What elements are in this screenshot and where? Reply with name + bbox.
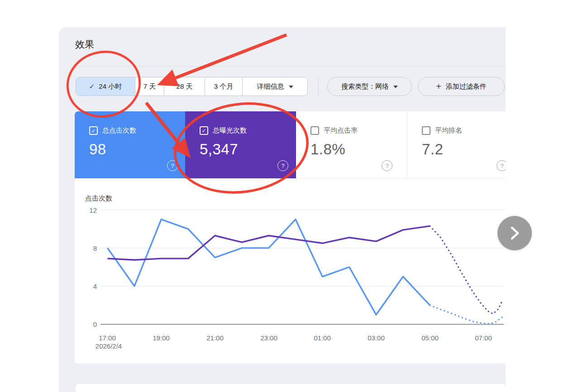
metric-card-average-position[interactable]: 平均排名 7.2 ? bbox=[407, 111, 506, 178]
y-tick: 8 bbox=[77, 244, 97, 252]
add-filter-button[interactable]: + 添加过滤条件 bbox=[418, 77, 505, 96]
metric-label: 总曝光次数 bbox=[213, 126, 247, 135]
chart-y-axis-title: 点击次数 bbox=[85, 194, 112, 203]
toolbar-divider bbox=[318, 76, 319, 96]
metric-card-average-ctr[interactable]: 平均点击率 1.8% ? bbox=[296, 111, 407, 178]
tab-label: 详细信息 bbox=[257, 82, 284, 91]
x-tick: 03:00 bbox=[368, 334, 385, 342]
tab-label: 7 天 bbox=[143, 82, 156, 91]
metric-value: 5,347 bbox=[200, 141, 296, 158]
header-divider bbox=[74, 66, 506, 67]
search-type-dropdown[interactable]: 搜索类型：网络 bbox=[327, 77, 412, 96]
date-range-tab-group: ✓ 24 小时 7 天 28 天 3 个月 详细信息 bbox=[76, 77, 308, 96]
metric-cards-row: ✓ 总点击次数 98 ? ✓ 总曝光次数 5,347 ? 平均点击率 1.8% … bbox=[75, 111, 506, 178]
metric-card-total-impressions[interactable]: ✓ 总曝光次数 5,347 ? bbox=[185, 111, 296, 178]
tab-7-days[interactable]: 7 天 bbox=[135, 77, 164, 96]
x-tick: 21:00 bbox=[206, 334, 224, 342]
x-tick: 19:00 bbox=[153, 334, 170, 342]
y-tick: 0 bbox=[77, 320, 97, 328]
tab-label: 3 个月 bbox=[214, 82, 234, 91]
search-type-label: 搜索类型：网络 bbox=[341, 82, 389, 91]
metric-value: 98 bbox=[89, 141, 185, 158]
metric-card-total-clicks[interactable]: ✓ 总点击次数 98 ? bbox=[75, 111, 185, 178]
chevron-down-icon bbox=[289, 86, 293, 91]
tab-24-hours[interactable]: ✓ 24 小时 bbox=[76, 77, 135, 96]
checkbox-checked-icon[interactable]: ✓ bbox=[200, 126, 208, 135]
tab-label: 28 天 bbox=[177, 82, 193, 91]
plus-icon: + bbox=[436, 81, 441, 92]
metric-label: 平均排名 bbox=[435, 126, 462, 135]
metric-label: 总点击次数 bbox=[102, 126, 136, 135]
page-title: 效果 bbox=[75, 38, 94, 51]
tab-label: 24 小时 bbox=[99, 82, 122, 91]
tab-3-months[interactable]: 3 个月 bbox=[205, 77, 243, 96]
tab-details-dropdown[interactable]: 详细信息 bbox=[243, 77, 307, 96]
check-icon: ✓ bbox=[89, 82, 95, 91]
y-tick: 4 bbox=[77, 282, 97, 290]
chevron-down-icon bbox=[393, 86, 398, 91]
metric-label: 平均点击率 bbox=[324, 126, 358, 135]
help-icon[interactable]: ? bbox=[167, 160, 178, 171]
next-chart-button[interactable] bbox=[497, 216, 532, 250]
x-tick: 05:00 bbox=[421, 334, 439, 342]
x-tick: 17:00 bbox=[99, 334, 116, 342]
y-tick: 12 bbox=[77, 206, 97, 214]
metric-value: 7.2 bbox=[422, 141, 506, 158]
x-tick: 07:00 bbox=[475, 334, 492, 342]
checkbox-unchecked-icon[interactable] bbox=[422, 126, 430, 135]
help-icon[interactable]: ? bbox=[382, 160, 392, 171]
help-icon[interactable]: ? bbox=[497, 160, 506, 171]
x-tick: 01:00 bbox=[314, 334, 331, 342]
performance-page: 效果 ✓ 24 小时 7 天 28 天 3 个月 详细信息 搜索类型：网络 + … bbox=[0, 0, 564, 392]
metric-value: 1.8% bbox=[311, 141, 407, 158]
chevron-right-icon bbox=[508, 225, 521, 241]
metric-row-divider bbox=[296, 178, 506, 178]
tab-28-days[interactable]: 28 天 bbox=[164, 77, 205, 96]
x-tick: 23:00 bbox=[260, 334, 277, 342]
checkbox-unchecked-icon[interactable] bbox=[311, 126, 319, 135]
next-section-panel bbox=[76, 384, 506, 392]
help-icon[interactable]: ? bbox=[277, 160, 288, 171]
checkbox-checked-icon[interactable]: ✓ bbox=[89, 126, 98, 135]
x-axis-date-label: 2026/2/4 bbox=[96, 342, 122, 350]
add-filter-label: 添加过滤条件 bbox=[446, 82, 487, 91]
